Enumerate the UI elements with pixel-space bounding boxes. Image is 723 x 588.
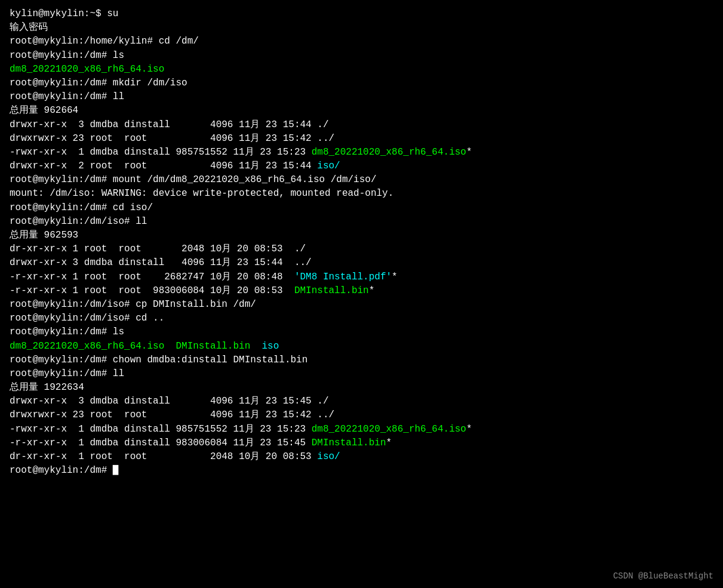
terminal-line-29: drwxr-xr-x 3 dmdba dinstall 4096 11月 23 … xyxy=(10,395,713,408)
terminal-line-8: 总用量 962664 xyxy=(10,104,713,118)
terminal-line-31: -rwxr-xr-x 1 dmdba dinstall 985751552 11… xyxy=(10,423,713,436)
terminal-line-19: drwxr-xr-x 3 dmdba dinstall 4096 11月 23 … xyxy=(10,256,713,270)
terminal-line-26: root@mykylin:/dm# chown dmdba:dinstall D… xyxy=(10,353,713,367)
terminal-line-24: root@mykylin:/dm# ls xyxy=(10,325,713,339)
terminal-line-11: -rwxr-xr-x 1 dmdba dinstall 985751552 11… xyxy=(10,146,713,159)
terminal-line-32: -r-xr-xr-x 1 dmdba dinstall 983006084 11… xyxy=(10,436,713,450)
terminal-line-21: -r-xr-xr-x 1 root root 983006084 10月 20 … xyxy=(10,284,713,298)
terminal-line-5: dm8_20221020_x86_rh6_64.iso xyxy=(10,63,713,76)
terminal-line-33: dr-xr-xr-x 1 root root 2048 10月 20 08:53… xyxy=(10,450,713,464)
terminal-window: kylin@mykylin:~$ su输入密码root@mykylin:/hom… xyxy=(7,5,716,588)
terminal-line-10: drwxrwxr-x 23 root root 4096 11月 23 15:4… xyxy=(10,132,713,146)
terminal-line-23: root@mykylin:/dm/iso# cd .. xyxy=(10,312,713,325)
terminal-line-34: root@mykylin:/dm# █ xyxy=(10,464,713,478)
terminal-line-22: root@mykylin:/dm/iso# cp DMInstall.bin /… xyxy=(10,298,713,312)
terminal-line-17: 总用量 962593 xyxy=(10,229,713,242)
terminal-line-4: root@mykylin:/dm# ls xyxy=(10,49,713,63)
terminal-line-3: root@mykylin:/home/kylin# cd /dm/ xyxy=(10,35,713,48)
terminal-line-27: root@mykylin:/dm# ll xyxy=(10,367,713,381)
terminal-line-1: kylin@mykylin:~$ su xyxy=(10,7,713,21)
terminal-line-20: -r-xr-xr-x 1 root root 2682747 10月 20 08… xyxy=(10,270,713,284)
terminal-line-28: 总用量 1922634 xyxy=(10,381,713,395)
terminal-line-2: 输入密码 xyxy=(10,21,713,35)
terminal-line-7: root@mykylin:/dm# ll xyxy=(10,90,713,104)
terminal-line-9: drwxr-xr-x 3 dmdba dinstall 4096 11月 23 … xyxy=(10,118,713,132)
terminal-line-13: root@mykylin:/dm# mount /dm/dm8_20221020… xyxy=(10,173,713,187)
terminal-line-6: root@mykylin:/dm# mkdir /dm/iso xyxy=(10,76,713,90)
terminal-line-15: root@mykylin:/dm# cd iso/ xyxy=(10,201,713,215)
watermark: CSDN @BlueBeastMight xyxy=(613,571,713,581)
terminal-line-25: dm8_20221020_x86_rh6_64.iso DMInstall.bi… xyxy=(10,340,713,353)
terminal-line-14: mount: /dm/iso: WARNING: device write-pr… xyxy=(10,187,713,201)
terminal-line-18: dr-xr-xr-x 1 root root 2048 10月 20 08:53… xyxy=(10,242,713,256)
terminal-line-16: root@mykylin:/dm/iso# ll xyxy=(10,215,713,229)
terminal-line-30: drwxrwxr-x 23 root root 4096 11月 23 15:4… xyxy=(10,408,713,422)
terminal-line-12: drwxr-xr-x 2 root root 4096 11月 23 15:44… xyxy=(10,159,713,173)
